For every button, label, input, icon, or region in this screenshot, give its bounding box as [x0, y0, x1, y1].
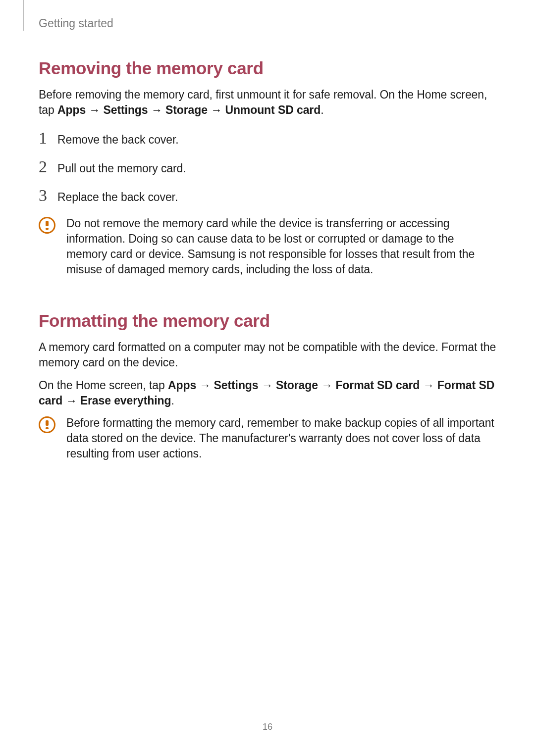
- removing-intro: Before removing the memory card, first u…: [39, 87, 496, 118]
- text: On the Home screen, tap: [39, 379, 168, 392]
- step-text: Pull out the memory card.: [57, 160, 496, 176]
- step-item: 3 Replace the back cover.: [39, 187, 496, 205]
- arrow-icon: →: [148, 103, 165, 116]
- nav-path-segment: Apps: [57, 103, 86, 116]
- step-text: Replace the back cover.: [57, 189, 496, 205]
- nav-path-segment: Storage: [165, 103, 208, 116]
- warning-block: Before formatting the memory card, remem…: [39, 415, 496, 461]
- warning-icon-wrap: [39, 415, 66, 461]
- svg-rect-1: [46, 228, 49, 230]
- arrow-icon: →: [86, 103, 103, 116]
- step-number: 2: [39, 158, 57, 175]
- warning-icon-wrap: [39, 216, 66, 277]
- header-divider: [23, 0, 24, 31]
- warning-text: Before formatting the memory card, remem…: [66, 415, 496, 461]
- heading-formatting: Formatting the memory card: [39, 311, 496, 331]
- chapter-title: Getting started: [39, 17, 113, 30]
- warning-block: Do not remove the memory card while the …: [39, 216, 496, 277]
- svg-rect-0: [46, 221, 49, 226]
- arrow-icon: →: [259, 379, 276, 392]
- nav-path-segment: Apps: [168, 379, 196, 392]
- caution-icon: [39, 416, 55, 433]
- nav-path-segment: Settings: [214, 379, 259, 392]
- arrow-icon: →: [62, 394, 80, 407]
- step-number: 3: [39, 187, 57, 204]
- arrow-icon: →: [318, 379, 335, 392]
- step-number: 1: [39, 130, 57, 147]
- svg-rect-2: [46, 420, 49, 426]
- caution-icon: [39, 217, 55, 234]
- text: .: [321, 103, 323, 116]
- text: .: [171, 394, 174, 407]
- nav-path-segment: Storage: [276, 379, 318, 392]
- page-number: 16: [0, 722, 535, 732]
- nav-path-segment: Unmount SD card: [225, 103, 321, 116]
- arrow-icon: →: [208, 103, 225, 116]
- page-content: Removing the memory card Before removing…: [39, 50, 496, 466]
- removing-steps: 1 Remove the back cover. 2 Pull out the …: [39, 130, 496, 205]
- page: Getting started Removing the memory card…: [0, 0, 535, 756]
- step-text: Remove the back cover.: [57, 131, 496, 148]
- warning-text: Do not remove the memory card while the …: [66, 216, 496, 277]
- step-item: 2 Pull out the memory card.: [39, 158, 496, 176]
- nav-path-segment: Erase everything: [80, 394, 171, 407]
- formatting-para1: A memory card formatted on a computer ma…: [39, 340, 496, 370]
- heading-removing: Removing the memory card: [39, 58, 496, 78]
- arrow-icon: →: [420, 379, 437, 392]
- step-item: 1 Remove the back cover.: [39, 130, 496, 148]
- formatting-para2: On the Home screen, tap Apps → Settings …: [39, 378, 496, 408]
- arrow-icon: →: [196, 379, 214, 392]
- nav-path-segment: Format SD card: [335, 379, 420, 392]
- svg-rect-3: [46, 427, 49, 429]
- nav-path-segment: Settings: [104, 103, 148, 116]
